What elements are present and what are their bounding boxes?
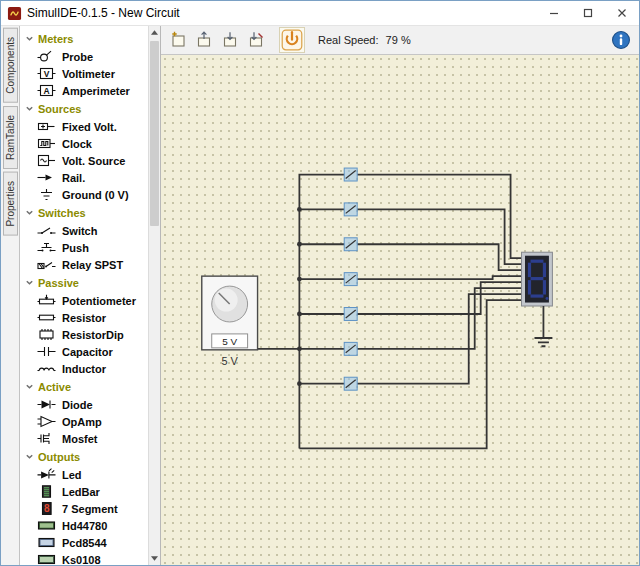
side-tab-ramtable[interactable]: RamTable <box>3 106 18 169</box>
chevron-down-icon <box>25 34 34 43</box>
circuit-wires[interactable] <box>258 175 522 449</box>
side-tab-components[interactable]: Components <box>3 28 18 103</box>
category-meters[interactable]: Meters <box>20 29 149 48</box>
chevron-down-icon <box>25 278 34 287</box>
component-item-capacitor[interactable]: Capacitor <box>20 343 149 360</box>
switch-toggle[interactable] <box>344 308 357 321</box>
switch-toggle[interactable] <box>344 377 357 390</box>
arrow-up-icon <box>151 30 158 35</box>
component-item-voltimeter[interactable]: VVoltimeter <box>20 65 149 82</box>
component-item-label: Relay SPST <box>62 259 123 271</box>
component-item-label: Resistor <box>62 312 106 324</box>
component-item-rail[interactable]: Rail. <box>20 169 149 186</box>
component-item-resistordip[interactable]: ResistorDip <box>20 326 149 343</box>
component-item-ground-0-v[interactable]: Ground (0 V) <box>20 186 149 203</box>
source-label: 5 V <box>221 355 238 367</box>
component-item-label: LedBar <box>62 486 100 498</box>
component-item-mosfet[interactable]: Mosfet <box>20 430 149 447</box>
component-item-volt-source[interactable]: Volt. Source <box>20 152 149 169</box>
component-item-opamp[interactable]: OpAmp <box>20 413 149 430</box>
save-circuit-button[interactable] <box>219 29 241 51</box>
category-sources[interactable]: Sources <box>20 99 149 118</box>
scroll-up-button[interactable] <box>149 26 160 39</box>
seven-segment-display[interactable] <box>522 252 553 306</box>
component-item-hd44780[interactable]: Hd44780 <box>20 517 149 534</box>
component-item-label: Fixed Volt. <box>62 121 117 133</box>
sidebar-scrollbar[interactable] <box>148 26 160 565</box>
component-item-label: Capacitor <box>62 346 113 358</box>
voltimeter-icon: V <box>35 67 58 80</box>
switch-toggle[interactable] <box>344 238 357 251</box>
svg-text:A: A <box>43 86 49 96</box>
pcd8544-icon <box>35 536 58 549</box>
main-toolbar: Real Speed: 79 % <box>161 26 639 55</box>
components-panel: MetersProbeVVoltimeterAAmperimeterSource… <box>20 26 161 565</box>
component-item-pcd8544[interactable]: Pcd8544 <box>20 534 149 551</box>
category-label: Sources <box>38 103 81 115</box>
maximize-button[interactable] <box>571 1 605 25</box>
component-item-label: 7 Segment <box>62 503 118 515</box>
component-item-label: Push <box>62 242 89 254</box>
app-logo-icon <box>7 6 22 21</box>
new-circuit-button[interactable] <box>167 29 189 51</box>
window-controls <box>537 1 639 25</box>
chevron-down-icon <box>25 104 34 113</box>
circuit-canvas[interactable]: 5 V 5 V <box>161 55 639 565</box>
ground-symbol[interactable] <box>534 306 552 346</box>
component-item-relay-spst[interactable]: Relay SPST <box>20 256 149 273</box>
switch-toggle[interactable] <box>344 203 357 216</box>
component-item-amperimeter[interactable]: AAmperimeter <box>20 82 149 99</box>
component-item-label: Switch <box>62 225 97 237</box>
component-item-label: Amperimeter <box>62 85 130 97</box>
info-button[interactable] <box>611 30 631 50</box>
component-item-switch[interactable]: Switch <box>20 222 149 239</box>
maximize-icon <box>583 8 593 18</box>
save-circuit-as-icon <box>247 31 265 49</box>
component-item-diode[interactable]: Diode <box>20 396 149 413</box>
category-label: Passive <box>38 277 79 289</box>
component-item-7-segment[interactable]: 87 Segment <box>20 500 149 517</box>
scrollbar-thumb[interactable] <box>150 41 159 226</box>
component-item-led[interactable]: Led <box>20 466 149 483</box>
resistor-icon <box>35 311 58 324</box>
switch-toggle[interactable] <box>344 168 357 181</box>
category-label: Outputs <box>38 451 80 463</box>
svg-text:V: V <box>44 69 50 79</box>
switch-toggle[interactable] <box>344 342 357 355</box>
category-active[interactable]: Active <box>20 377 149 396</box>
component-item-label: Volt. Source <box>62 155 125 167</box>
diode-icon <box>35 398 58 411</box>
power-button[interactable] <box>281 29 303 51</box>
component-item-probe[interactable]: Probe <box>20 48 149 65</box>
component-item-potentiometer[interactable]: Potentiometer <box>20 292 149 309</box>
power-frame <box>279 27 305 53</box>
category-label: Meters <box>38 33 73 45</box>
arrow-down-icon <box>151 556 158 561</box>
category-outputs[interactable]: Outputs <box>20 447 149 466</box>
scroll-down-button[interactable] <box>149 552 160 565</box>
component-item-clock[interactable]: Clock <box>20 135 149 152</box>
side-tab-properties[interactable]: Properties <box>3 172 18 236</box>
save-circuit-as-button[interactable] <box>245 29 267 51</box>
component-item-push[interactable]: Push <box>20 239 149 256</box>
real-speed-label: Real Speed: <box>318 34 379 46</box>
open-circuit-button[interactable] <box>193 29 215 51</box>
component-item-inductor[interactable]: Inductor <box>20 360 149 377</box>
close-button[interactable] <box>605 1 639 25</box>
real-speed-status: Real Speed: 79 % <box>318 34 411 46</box>
category-passive[interactable]: Passive <box>20 273 149 292</box>
switch-toggle[interactable] <box>344 273 357 286</box>
component-item-ledbar[interactable]: LedBar <box>20 483 149 500</box>
minimize-icon <box>549 8 559 18</box>
led-icon <box>35 468 58 481</box>
open-circuit-icon <box>195 31 213 49</box>
component-item-ks0108[interactable]: Ks0108 <box>20 551 149 565</box>
switches-group <box>344 168 357 390</box>
component-item-label: Clock <box>62 138 92 150</box>
category-switches[interactable]: Switches <box>20 203 149 222</box>
component-item-fixed-volt[interactable]: Fixed Volt. <box>20 118 149 135</box>
component-item-resistor[interactable]: Resistor <box>20 309 149 326</box>
component-item-label: Hd44780 <box>62 520 107 532</box>
minimize-button[interactable] <box>537 1 571 25</box>
voltage-source[interactable]: 5 V 5 V <box>202 276 258 367</box>
